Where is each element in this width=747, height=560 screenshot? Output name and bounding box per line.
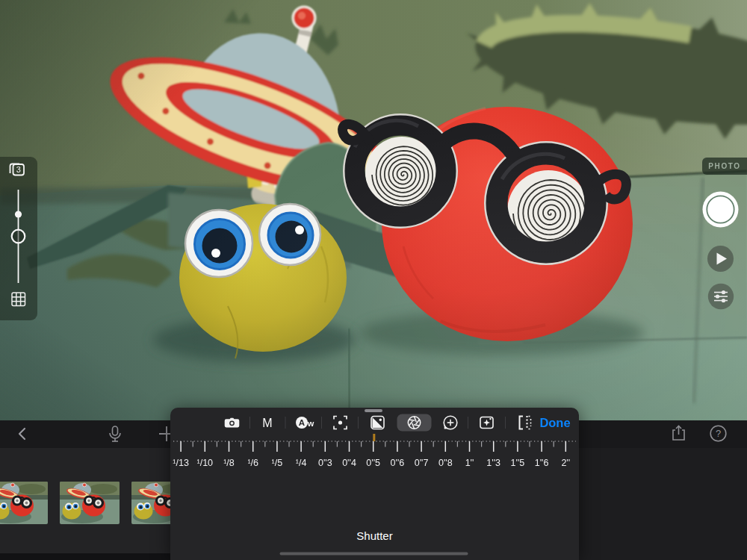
svg-text:¹/5: ¹/5 — [271, 458, 282, 468]
svg-text:w: w — [306, 418, 314, 427]
svg-text:3: 3 — [16, 165, 21, 174]
svg-text:1''5: 1''5 — [510, 458, 524, 468]
svg-text:0''4: 0''4 — [342, 458, 356, 468]
svg-text:1''3: 1''3 — [486, 458, 500, 468]
svg-text:0''3: 0''3 — [317, 458, 332, 468]
svg-text:0''5: 0''5 — [366, 458, 380, 468]
svg-text:¹/13: ¹/13 — [173, 458, 189, 468]
svg-text:A: A — [298, 418, 304, 427]
svg-text:Shutter: Shutter — [356, 529, 392, 542]
svg-text:?: ? — [716, 428, 721, 439]
svg-text:¹/8: ¹/8 — [223, 458, 235, 468]
svg-text:1''6: 1''6 — [534, 458, 548, 468]
svg-text:¹/4: ¹/4 — [295, 458, 306, 468]
svg-text:1'': 1'' — [465, 458, 474, 468]
svg-text:0''8: 0''8 — [438, 458, 452, 468]
svg-text:M: M — [262, 417, 272, 429]
svg-text:0''6: 0''6 — [390, 458, 404, 468]
svg-text:2'': 2'' — [561, 458, 570, 468]
svg-text:¹/10: ¹/10 — [196, 458, 213, 468]
svg-text:0''7: 0''7 — [414, 458, 428, 468]
svg-text:Done: Done — [539, 416, 570, 429]
svg-text:¹/6: ¹/6 — [247, 458, 258, 468]
